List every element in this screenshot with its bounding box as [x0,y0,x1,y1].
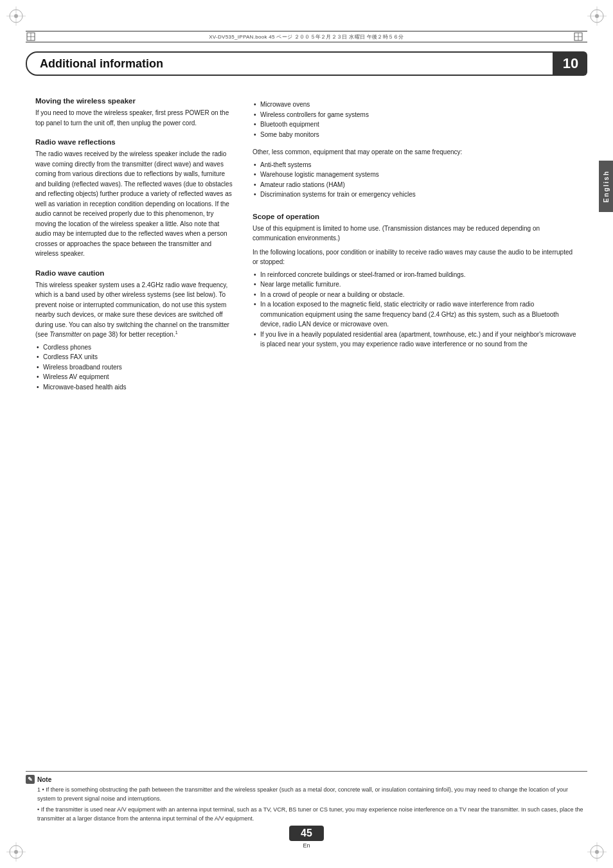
page-num-sub: En [303,842,310,849]
list-item: In a location exposed to the magnetic fi… [253,299,578,330]
header-info: XV-DV535_IPPAN.book 45 ページ ２００５年２月２３日 水曜… [40,33,573,40]
caution-body-post: on page 38) for better reception. [82,331,175,338]
section-caution-title: Radio wave caution [35,269,235,277]
top-bar: XV-DV535_IPPAN.book 45 ページ ２００５年２月２３日 水曜… [26,31,587,42]
top-bar-icon-left [26,31,36,42]
note-header: ✎ Note [26,775,587,784]
caution-bullet-list: Cordless phones Cordless FAX units Wirel… [35,342,235,393]
chapter-title-box: Additional information [26,51,554,76]
page: XV-DV535_IPPAN.book 45 ページ ２００５年２月２３日 水曜… [0,0,613,868]
section-moving-title: Moving the wireless speaker [35,97,235,105]
corner-reg-tr [587,6,607,26]
note-box: ✎ Note 1 • If there is something obstruc… [26,771,587,823]
scope-list: In reinforced concrete buildings or stee… [253,270,578,350]
left-column: Moving the wireless speaker If you need … [35,87,235,772]
section-scope-title: Scope of operation [253,213,578,220]
chapter-title: Additional information [40,57,163,71]
section-moving-body: If you need to move the wireless speaker… [35,108,235,128]
corner-reg-tl [6,6,26,26]
list-item: Microwave ovens [253,100,578,110]
note-icon: ✎ [26,775,35,784]
note-line-1: 1 • If there is something obstructing th… [37,786,587,803]
chapter-num-box: 10 [554,51,587,76]
section-reflections-body: The radio waves received by the wireless… [35,149,235,259]
caution-superscript: 1 [175,330,178,335]
page-num-area: 45 En [0,826,613,849]
caution-body-pre: This wireless speaker system uses a 2.4G… [35,281,229,339]
lang-tab-label: English [603,170,610,202]
note-label: Note [37,776,51,783]
chapter-header: Additional information 10 [26,51,587,76]
section-scope-body2: In the following locations, poor conditi… [253,247,578,267]
top-bar-icon-right [573,31,583,42]
list-item: Amateur radio stations (HAM) [253,180,578,190]
list-item: Warehouse logistic management systems [253,170,578,180]
list-item: Wireless AV equipment [35,372,235,382]
section-caution-body: This wireless speaker system uses a 2.4G… [35,280,235,340]
list-item: In a crowd of people or near a building … [253,290,578,300]
list-item: Wireless broadband routers [35,362,235,373]
section-scope-body1: Use of this equipment is limited to home… [253,224,578,244]
caution-body-italic: Transmitter [49,331,82,338]
other-equipment-list: Anti-theft systems Warehouse logistic ma… [253,160,578,200]
list-item: Wireless controllers for game systems [253,110,578,120]
list-item: If you live in a heavily populated resid… [253,330,578,350]
list-item: Some baby monitors [253,130,578,140]
list-item: Discrimination systems for train or emer… [253,190,578,200]
note-line-2: • If the transmitter is used near A/V eq… [37,806,587,823]
list-item: Cordless FAX units [35,352,235,362]
content-area: Moving the wireless speaker If you need … [35,87,578,772]
right-column: Microwave ovens Wireless controllers for… [253,87,578,772]
page-num: 45 [289,826,324,841]
list-item: Cordless phones [35,342,235,353]
list-item: In reinforced concrete buildings or stee… [253,270,578,280]
top-bullet-list: Microwave ovens Wireless controllers for… [253,100,578,139]
list-item: Microwave-based health aids [35,382,235,393]
lang-tab: English [599,161,613,212]
list-item: Near large metallic furniture. [253,279,578,290]
other-equipment-intro: Other, less common, equipment that may o… [253,147,578,157]
chapter-num: 10 [563,55,578,72]
list-item: Bluetooth equipment [253,120,578,130]
section-reflections-title: Radio wave reflections [35,138,235,146]
list-item: Anti-theft systems [253,160,578,170]
